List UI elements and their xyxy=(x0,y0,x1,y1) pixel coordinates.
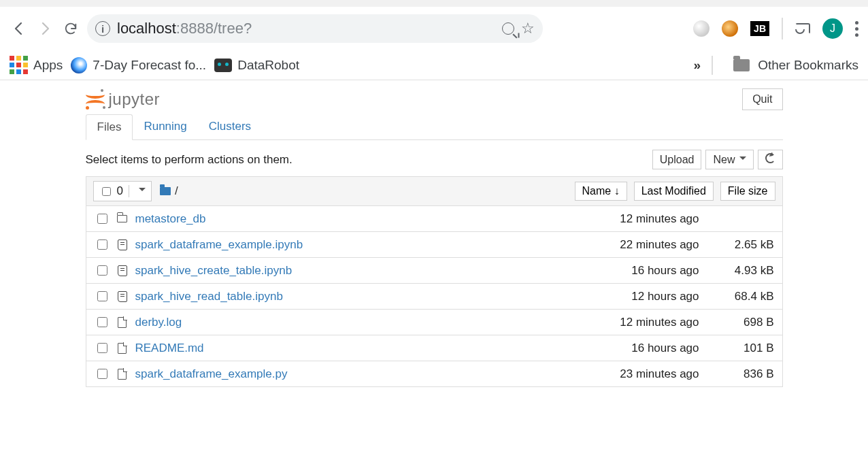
select-all-group: 0 xyxy=(93,181,152,201)
jupyter-tabs: Files Running Clusters xyxy=(86,114,783,140)
row-filename[interactable]: derby.log xyxy=(135,316,182,329)
row-checkbox[interactable] xyxy=(97,265,107,276)
row-filename[interactable]: spark_dataframe_example.py xyxy=(135,367,288,381)
table-row: derby.log12 minutes ago698 B xyxy=(86,310,783,335)
chrome-tabstrip xyxy=(0,0,868,7)
row-checkbox[interactable] xyxy=(97,369,107,379)
row-filename[interactable]: spark_dataframe_example.ipynb xyxy=(135,238,303,252)
row-last-modified: 12 minutes ago xyxy=(584,212,699,226)
extension-icon-2[interactable] xyxy=(722,20,738,37)
site-info-icon[interactable]: i xyxy=(95,21,110,36)
quit-button[interactable]: Quit xyxy=(742,88,782,110)
notebook-icon xyxy=(118,291,127,302)
table-row: spark_dataframe_example.ipynb22 minutes … xyxy=(86,232,783,258)
row-file-size: 4.93 kB xyxy=(706,264,774,278)
bookmark-datarobot[interactable]: DataRobot xyxy=(214,58,299,73)
sort-file-size[interactable]: File size xyxy=(720,182,775,201)
refresh-icon xyxy=(765,153,775,163)
jupyter-logo-icon xyxy=(86,90,105,109)
row-checkbox[interactable] xyxy=(97,239,107,250)
extension-jb-icon[interactable]: JB xyxy=(750,21,769,36)
jupyter-header: jupyter Quit xyxy=(86,80,783,114)
row-filename[interactable]: README.md xyxy=(135,342,204,355)
table-row: metastore_db12 minutes ago xyxy=(86,206,783,232)
row-file-size: 68.4 kB xyxy=(706,290,774,303)
select-all-checkbox[interactable]: 0 xyxy=(94,182,129,201)
apps-label: Apps xyxy=(33,58,63,73)
row-file-size: 101 B xyxy=(706,342,774,355)
address-bar[interactable]: i localhost:8888/tree? ☆ xyxy=(87,14,543,43)
jupyter-logo[interactable]: jupyter xyxy=(86,90,161,109)
row-checkbox[interactable] xyxy=(97,214,107,224)
tab-files[interactable]: Files xyxy=(86,114,133,140)
row-checkbox[interactable] xyxy=(97,317,107,327)
row-last-modified: 23 minutes ago xyxy=(584,367,699,381)
new-dropdown[interactable]: New xyxy=(705,150,753,169)
table-row: spark_hive_read_table.ipynb12 hours ago6… xyxy=(86,284,783,310)
row-file-size: 2.65 kB xyxy=(706,238,774,252)
hint-text: Select items to perform actions on them. xyxy=(86,153,293,167)
sort-name[interactable]: Name ↓ xyxy=(575,182,627,201)
upload-button[interactable]: Upload xyxy=(652,150,702,169)
url-text: localhost:8888/tree? xyxy=(117,20,252,37)
forward-button[interactable] xyxy=(35,19,54,38)
bookmark-forecast[interactable]: 7-Day Forecast fo... xyxy=(71,57,206,73)
notebook-icon xyxy=(118,239,127,250)
action-row: Select items to perform actions on them.… xyxy=(86,150,783,169)
table-row: README.md16 hours ago101 B xyxy=(86,335,783,361)
bookmark-label: 7-Day Forecast fo... xyxy=(93,58,206,73)
back-button[interactable] xyxy=(10,19,29,38)
noaa-icon xyxy=(71,57,87,73)
bookmark-star-icon[interactable]: ☆ xyxy=(521,20,535,37)
table-row: spark_dataframe_example.py23 minutes ago… xyxy=(86,361,783,387)
apps-shortcut[interactable]: Apps xyxy=(10,56,63,74)
datarobot-icon xyxy=(214,59,232,72)
row-file-size: 698 B xyxy=(706,316,774,329)
arrow-down-icon: ↓ xyxy=(614,185,620,197)
other-bookmarks-label: Other Bookmarks xyxy=(758,58,858,73)
row-last-modified: 22 minutes ago xyxy=(584,238,699,252)
table-row: spark_hive_create_table.ipynb16 hours ag… xyxy=(86,258,783,284)
chrome-menu-icon[interactable] xyxy=(855,21,858,37)
bookmarks-bar: Apps 7-Day Forecast fo... DataRobot » Ot… xyxy=(0,50,868,80)
row-checkbox[interactable] xyxy=(97,291,107,301)
notebook-icon xyxy=(118,265,127,276)
selection-count: 0 xyxy=(117,184,123,198)
tab-clusters[interactable]: Clusters xyxy=(198,114,262,139)
breadcrumb[interactable]: / xyxy=(160,184,178,198)
file-icon xyxy=(118,369,127,380)
row-checkbox[interactable] xyxy=(97,343,107,353)
row-last-modified: 16 hours ago xyxy=(584,342,699,355)
row-last-modified: 12 hours ago xyxy=(584,290,699,303)
row-file-size: 836 B xyxy=(706,367,774,381)
reload-button[interactable] xyxy=(61,19,80,38)
row-filename[interactable]: spark_hive_create_table.ipynb xyxy=(135,264,293,278)
folder-icon xyxy=(733,59,750,71)
file-list-header: 0 / Name ↓ Last Modified File size xyxy=(86,176,783,206)
row-last-modified: 16 hours ago xyxy=(584,264,699,278)
jupyter-logo-text: jupyter xyxy=(109,90,161,109)
refresh-button[interactable] xyxy=(758,150,783,169)
extension-icon-1[interactable] xyxy=(693,20,710,37)
other-bookmarks[interactable]: Other Bookmarks xyxy=(724,58,858,73)
row-filename[interactable]: spark_hive_read_table.ipynb xyxy=(135,290,283,303)
select-all-input[interactable] xyxy=(102,187,111,196)
row-filename[interactable]: metastore_db xyxy=(135,212,206,226)
breadcrumb-root: / xyxy=(175,184,178,198)
bookmarks-overflow-icon[interactable]: » xyxy=(694,58,701,73)
browser-toolbar: i localhost:8888/tree? ☆ JB J xyxy=(0,7,868,50)
bookmarks-separator xyxy=(712,56,713,75)
zoom-out-icon[interactable] xyxy=(502,22,514,35)
folder-outline-icon xyxy=(117,215,127,222)
row-last-modified: 12 minutes ago xyxy=(584,316,699,329)
folder-icon xyxy=(160,187,171,195)
sort-last-modified[interactable]: Last Modified xyxy=(634,182,714,201)
toolbar-separator xyxy=(782,18,783,39)
select-menu[interactable] xyxy=(129,185,151,197)
apps-grid-icon xyxy=(10,56,28,74)
file-icon xyxy=(118,343,127,354)
profile-avatar[interactable]: J xyxy=(822,18,843,39)
tab-running[interactable]: Running xyxy=(133,114,197,139)
file-icon xyxy=(118,317,127,328)
cast-icon[interactable] xyxy=(795,23,810,34)
